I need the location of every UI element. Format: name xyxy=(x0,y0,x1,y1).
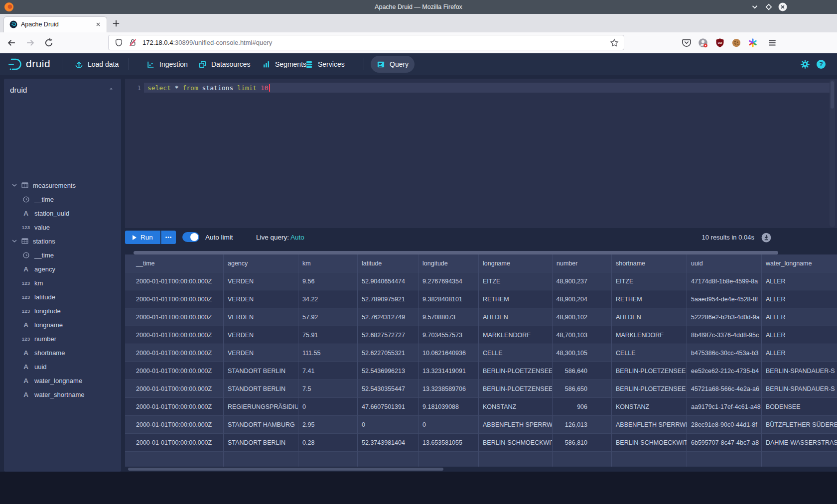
cell-longitude[interactable]: 0 xyxy=(418,416,479,434)
cell-uuid[interactable]: 522286e2-b2b3-4d0d-9a xyxy=(687,308,762,326)
cookie-icon[interactable] xyxy=(731,38,741,48)
tree-column-km[interactable]: 123km xyxy=(4,276,138,290)
tree-column-number[interactable]: 123number xyxy=(4,332,138,346)
chevron-down-icon[interactable] xyxy=(11,182,18,189)
url-text[interactable]: 172.18.0.4:30899/unified-console.html#qu… xyxy=(142,35,272,50)
tracking-shield-icon[interactable] xyxy=(115,38,123,47)
cell-agency[interactable]: VERDEN xyxy=(224,290,298,308)
cell-km[interactable]: 111.55 xyxy=(298,344,358,362)
cell-uuid[interactable]: aa9179c1-17ef-4c61-a48 xyxy=(687,398,762,416)
nav-item-query[interactable]: Query xyxy=(371,56,415,73)
cell-longname[interactable]: KONSTANZ xyxy=(479,398,553,416)
browser-tab[interactable]: Apache Druid xyxy=(3,16,107,32)
tree-column-water_shortname[interactable]: Awater_shortname xyxy=(4,387,138,401)
menu-hamburger-icon[interactable] xyxy=(767,38,777,48)
run-button[interactable]: Run xyxy=(125,231,160,244)
column-header-__time[interactable]: __time xyxy=(125,254,224,272)
cell-km[interactable]: 7.5 xyxy=(298,380,358,398)
cell-shortname[interactable] xyxy=(612,452,687,467)
cell-longname[interactable]: AHLDEN xyxy=(479,308,553,326)
table-horizontal-scrollbar-thumb[interactable] xyxy=(128,468,443,471)
cell-water_longname[interactable]: BODENSEE xyxy=(762,398,837,416)
cell-water_longname[interactable]: BÜTZFLETHER SÜDERE xyxy=(762,416,837,434)
cell-shortname[interactable]: ABBENFLETH SPERRWERK xyxy=(612,416,687,434)
cell-number[interactable]: 906 xyxy=(553,398,612,416)
column-header-number[interactable]: number xyxy=(553,254,612,272)
cell-water_longname[interactable] xyxy=(762,452,837,467)
column-header-shortname[interactable]: shortname xyxy=(612,254,687,272)
cell-longname[interactable] xyxy=(479,452,553,467)
cell-number[interactable]: 586,640 xyxy=(553,362,612,380)
cell-uuid[interactable]: 45721a68-566c-4e2a-a6 xyxy=(687,380,762,398)
cell-__time[interactable]: 2000-01-01T00:00:00.000Z xyxy=(125,362,224,380)
brand-text[interactable]: druid xyxy=(26,58,50,70)
cell-shortname[interactable]: KONSTANZ xyxy=(612,398,687,416)
cell-__time[interactable]: 2000-01-01T00:00:00.000Z xyxy=(125,434,224,452)
cell-km[interactable]: 7.41 xyxy=(298,362,358,380)
cell-longname[interactable]: RETHEM xyxy=(479,290,553,308)
druid-logo-icon[interactable] xyxy=(7,57,23,71)
editor-scrollbar-thumb[interactable] xyxy=(831,81,834,109)
ublock-icon[interactable]: uO xyxy=(715,38,725,48)
cell-longitude[interactable]: 9.7034557573 xyxy=(418,326,479,344)
cell-latitude[interactable]: 52.5430355447 xyxy=(358,380,418,398)
cell-longitude[interactable]: 9.3828408101 xyxy=(418,290,479,308)
cell-__time[interactable]: 2000-01-01T00:00:00.000Z xyxy=(125,290,224,308)
cell-number[interactable]: 48,700,103 xyxy=(553,326,612,344)
cell-shortname[interactable]: EITZE xyxy=(612,272,687,290)
cell-shortname[interactable]: BERLIN-PLOETZENSEE OW xyxy=(612,362,687,380)
column-header-agency[interactable]: agency xyxy=(224,254,298,272)
cell-latitude[interactable]: 52.7624312749 xyxy=(358,308,418,326)
cell-uuid[interactable]: 47174d8f-1b8e-4599-8a xyxy=(687,272,762,290)
cell-shortname[interactable]: CELLE xyxy=(612,344,687,362)
cell-latitude[interactable]: 47.6607501391 xyxy=(358,398,418,416)
cell-shortname[interactable]: AHLDEN xyxy=(612,308,687,326)
pocket-icon[interactable] xyxy=(682,38,692,48)
nav-item-datasources[interactable]: Datasources xyxy=(192,53,257,75)
tree-column-station_uuid[interactable]: Astation_uuid xyxy=(4,206,138,220)
cell-longname[interactable]: BERLIN-PLOETZENSEE OW xyxy=(479,362,553,380)
schema-sort-icon[interactable] xyxy=(107,86,115,94)
cell-shortname[interactable]: MARKLENDORF xyxy=(612,326,687,344)
cell-number[interactable]: 126,013 xyxy=(553,416,612,434)
nav-item-services[interactable]: Services xyxy=(299,53,351,75)
sql-query-text[interactable]: select * from stations limit 10 xyxy=(147,84,270,92)
tree-column-__time[interactable]: __time xyxy=(4,248,138,262)
tab-close-icon[interactable] xyxy=(95,21,102,28)
cell-km[interactable]: 9.56 xyxy=(298,272,358,290)
cell-water_longname[interactable]: ALLER xyxy=(762,272,837,290)
tree-column-longname[interactable]: Alongname xyxy=(4,318,138,332)
column-header-latitude[interactable]: latitude xyxy=(358,254,418,272)
bookmark-star-icon[interactable] xyxy=(610,38,619,47)
download-results-icon[interactable] xyxy=(761,233,771,243)
cell-agency[interactable]: STANDORT HAMBURG xyxy=(224,416,298,434)
insecure-lock-icon[interactable] xyxy=(129,38,137,47)
cell-longitude[interactable]: 13.3238589706 xyxy=(418,380,479,398)
tree-table-stations[interactable]: stations xyxy=(4,234,121,248)
help-icon[interactable]: ? xyxy=(816,59,826,69)
tree-column-water_longname[interactable]: Awater_longname xyxy=(4,374,138,387)
cell-__time[interactable]: 2000-01-01T00:00:00.000Z xyxy=(125,344,224,362)
cell-longitude[interactable]: 9.57088073 xyxy=(418,308,479,326)
cell-uuid[interactable]: 5aaed954-de4e-4528-8f xyxy=(687,290,762,308)
column-header-km[interactable]: km xyxy=(298,254,358,272)
cell-longitude[interactable]: 13.653581055 xyxy=(418,434,479,452)
run-more-button[interactable]: ••• xyxy=(161,231,176,244)
cell-longname[interactable]: EITZE xyxy=(479,272,553,290)
cell-longitude[interactable]: 13.3231419091 xyxy=(418,362,479,380)
extension-pinwheel-icon[interactable] xyxy=(748,38,758,48)
column-header-water_longname[interactable]: water_longname xyxy=(762,254,837,272)
cell-longname[interactable]: BERLIN-SCHMOECKWITZ xyxy=(479,434,553,452)
url-bar[interactable]: 172.18.0.4:30899/unified-console.html#qu… xyxy=(108,35,624,50)
cell-water_longname[interactable]: ALLER xyxy=(762,344,837,362)
cell-agency[interactable]: VERDEN xyxy=(224,272,298,290)
cell-agency[interactable] xyxy=(224,452,298,467)
cell-agency[interactable]: REGIERUNGSPRÄSIDIUM xyxy=(224,398,298,416)
cell-number[interactable] xyxy=(553,452,612,467)
cell-__time[interactable]: 2000-01-01T00:00:00.000Z xyxy=(125,416,224,434)
cell-latitude[interactable]: 52.9040654474 xyxy=(358,272,418,290)
back-icon[interactable] xyxy=(6,38,16,48)
tree-column-agency[interactable]: Aagency xyxy=(4,262,138,276)
cell-agency[interactable]: VERDEN xyxy=(224,344,298,362)
cell-uuid[interactable]: 28ec91e8-90c0-44d1-8f xyxy=(687,416,762,434)
